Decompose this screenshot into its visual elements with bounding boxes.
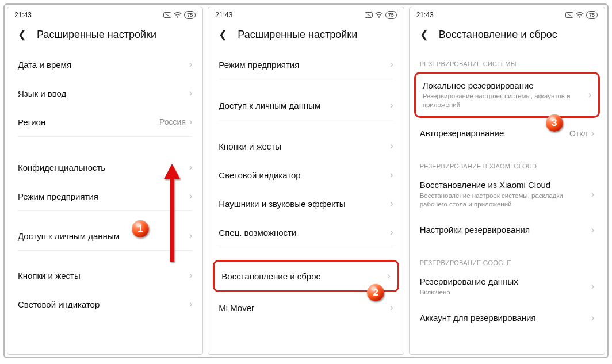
list-gap bbox=[208, 120, 403, 132]
chevron-right-icon: › bbox=[189, 299, 192, 309]
row-google-backup[interactable]: Резервирование данных Включено › bbox=[410, 270, 605, 304]
battery-icon: 75 bbox=[586, 11, 598, 19]
chevron-right-icon: › bbox=[390, 100, 393, 110]
row-enterprise[interactable]: Режим предприятия › bbox=[208, 50, 403, 79]
label: Световой индикатор bbox=[219, 170, 384, 180]
status-time: 21:43 bbox=[416, 11, 434, 19]
settings-list[interactable]: РЕЗЕРВИРОВАНИЕ СИСТЕМЫ Локальное резерви… bbox=[410, 50, 605, 354]
region-value: Россия bbox=[159, 117, 186, 127]
chevron-right-icon: › bbox=[390, 302, 393, 313]
chevron-right-icon: › bbox=[390, 170, 393, 180]
label: Режим предприятия bbox=[18, 191, 183, 201]
label: Авторезервирование bbox=[420, 128, 564, 138]
step-badge-3: 3 bbox=[546, 114, 563, 132]
row-region[interactable]: Регион Россия › bbox=[7, 108, 202, 136]
row-cloud-restore[interactable]: Восстановление из Xiaomi Cloud Восстанов… bbox=[410, 173, 605, 216]
scroll-up-arrow-icon bbox=[160, 164, 183, 265]
label: Кнопки и жесты bbox=[18, 271, 183, 281]
chevron-right-icon: › bbox=[189, 59, 192, 70]
settings-list[interactable]: Режим предприятия › Доступ к личным данн… bbox=[208, 50, 403, 354]
status-icons: 75 bbox=[565, 11, 598, 19]
svg-point-2 bbox=[177, 16, 179, 18]
row-headphones[interactable]: Наушники и звуковые эффекты › bbox=[208, 189, 403, 218]
row-local-backup[interactable]: Локальное резервирование Резервирование … bbox=[416, 74, 598, 116]
row-accessibility[interactable]: Спец. возможности › bbox=[208, 218, 403, 247]
chevron-right-icon: › bbox=[390, 141, 393, 151]
chevron-right-icon: › bbox=[189, 270, 192, 281]
sublabel: Резервирование настроек системы, аккаунт… bbox=[423, 92, 583, 109]
list-gap bbox=[208, 247, 403, 259]
chevron-right-icon: › bbox=[390, 59, 393, 70]
page-header: ❮ Расширенные настройки bbox=[208, 20, 403, 50]
label: Доступ к личным данным bbox=[18, 231, 183, 241]
step-badge-1: 1 bbox=[132, 220, 149, 237]
chevron-right-icon: › bbox=[189, 88, 192, 98]
svg-point-10 bbox=[579, 16, 581, 18]
row-light-indicator[interactable]: Световой индикатор › bbox=[208, 160, 403, 189]
row-buttons-gestures[interactable]: Кнопки и жесты › bbox=[7, 261, 202, 290]
page-title: Восстановление и сброс bbox=[439, 29, 596, 41]
row-backup-account[interactable]: Аккаунт для резервирования › bbox=[410, 304, 605, 332]
row-light-indicator[interactable]: Световой индикатор › bbox=[7, 290, 202, 319]
back-icon[interactable]: ❮ bbox=[216, 27, 230, 42]
chevron-right-icon: › bbox=[591, 281, 594, 292]
label: Световой индикатор bbox=[18, 300, 183, 309]
dnd-icon bbox=[163, 12, 171, 18]
label: Резервирование данных bbox=[420, 277, 586, 286]
page-title: Расширенные настройки bbox=[37, 29, 194, 41]
label: Кнопки и жесты bbox=[219, 141, 384, 151]
highlight-local-backup: Локальное резервирование Резервирование … bbox=[414, 72, 600, 118]
chevron-right-icon: › bbox=[390, 227, 393, 237]
chevron-right-icon: › bbox=[189, 191, 192, 201]
status-icons: 75 bbox=[163, 11, 196, 19]
label: Настройки резервирования bbox=[420, 225, 586, 235]
svg-line-6 bbox=[366, 14, 371, 16]
chevron-right-icon: › bbox=[390, 198, 393, 209]
back-icon[interactable]: ❮ bbox=[418, 27, 431, 42]
page-title: Расширенные настройки bbox=[238, 29, 395, 41]
label: Восстановление и сброс bbox=[221, 271, 381, 281]
page-header: ❮ Расширенные настройки bbox=[7, 20, 202, 50]
row-personal-data[interactable]: Доступ к личным данным › bbox=[208, 91, 403, 120]
status-bar: 21:43 75 bbox=[208, 7, 403, 20]
svg-line-1 bbox=[165, 14, 170, 16]
section-cloud-backup: РЕЗЕРВИРОВАНИЕ В XIAOMI CLOUD bbox=[410, 148, 605, 173]
label: Наушники и звуковые эффекты bbox=[219, 199, 384, 209]
label: Режим предприятия bbox=[219, 60, 384, 70]
label: Локальное резервирование bbox=[423, 81, 583, 90]
chevron-right-icon: › bbox=[591, 313, 594, 323]
dnd-icon bbox=[365, 12, 373, 18]
section-google-backup: РЕЗЕРВИРОВАНИЕ GOOGLE bbox=[410, 244, 605, 270]
wifi-icon bbox=[375, 12, 383, 18]
status-icons: 75 bbox=[365, 11, 397, 19]
page-header: ❮ Восстановление и сброс bbox=[410, 20, 605, 50]
chevron-right-icon: › bbox=[591, 225, 594, 235]
label: Восстановление из Xiaomi Cloud bbox=[420, 180, 586, 190]
sublabel: Восстановление настроек системы, расклад… bbox=[420, 191, 586, 209]
row-date-time[interactable]: Дата и время › bbox=[7, 50, 202, 79]
row-backup-settings[interactable]: Настройки резервирования › bbox=[410, 216, 605, 244]
wifi-icon bbox=[174, 12, 182, 18]
row-auto-backup[interactable]: Авторезервирование Откл › bbox=[410, 119, 605, 148]
phone-screen-1: 21:43 75 ❮ Расширенные настройки Дата и … bbox=[7, 7, 203, 355]
chevron-right-icon: › bbox=[591, 128, 594, 139]
chevron-right-icon: › bbox=[189, 117, 192, 127]
chevron-right-icon: › bbox=[189, 162, 192, 173]
svg-point-7 bbox=[378, 16, 380, 18]
row-language-input[interactable]: Язык и ввод › bbox=[7, 79, 202, 108]
label: Язык и ввод bbox=[18, 89, 183, 98]
status-time: 21:43 bbox=[14, 11, 32, 19]
label: Регион bbox=[18, 117, 154, 127]
sublabel: Включено bbox=[420, 288, 586, 297]
back-icon[interactable]: ❮ bbox=[16, 27, 29, 42]
chevron-right-icon: › bbox=[588, 90, 591, 100]
label: Спец. возможности bbox=[219, 228, 384, 237]
label: Аккаунт для резервирования bbox=[420, 313, 586, 323]
row-buttons-gestures[interactable]: Кнопки и жесты › bbox=[208, 132, 403, 160]
battery-icon: 75 bbox=[184, 11, 196, 19]
label: Mi Mover bbox=[219, 303, 384, 313]
status-bar: 21:43 75 bbox=[410, 7, 605, 20]
svg-line-9 bbox=[567, 14, 572, 16]
chevron-right-icon: › bbox=[591, 189, 594, 200]
phone-screen-2: 21:43 75 ❮ Расширенные настройки Режим п… bbox=[208, 7, 404, 355]
